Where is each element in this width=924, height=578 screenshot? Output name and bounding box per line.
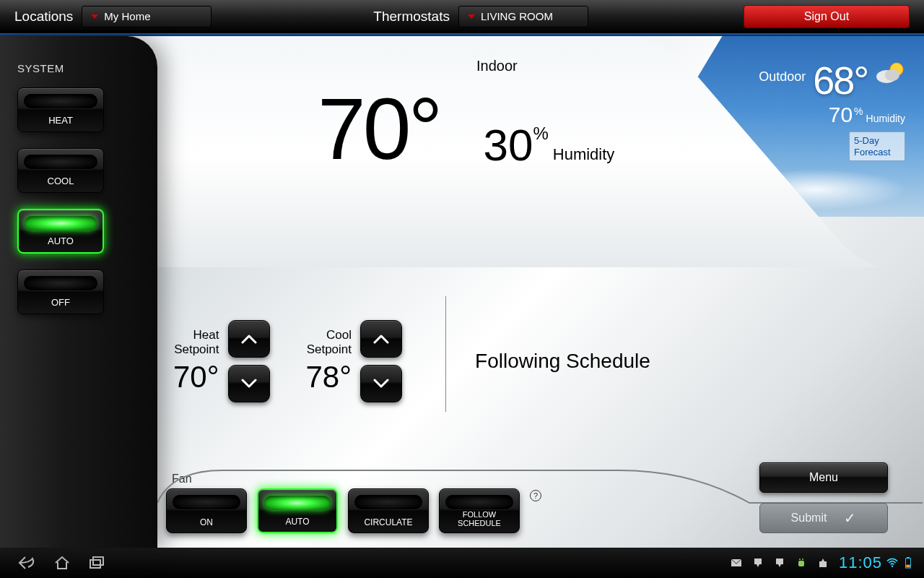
heat-setpoint-label: Heat Setpoint: [173, 328, 219, 358]
heat-setpoint-value: 70°: [173, 360, 219, 394]
svg-rect-12: [907, 557, 910, 558]
indoor-humidity-pct: %: [533, 124, 548, 144]
svg-rect-4: [90, 560, 100, 568]
indicator-lens: [173, 495, 240, 509]
fan-mode-follow-schedule[interactable]: FOLLOW SCHEDULE: [439, 488, 520, 533]
svg-point-3: [885, 69, 899, 81]
android-navbar: 11:05: [0, 548, 924, 578]
indoor-panel: Indoor 70° 30 % Humidity: [260, 58, 765, 178]
menu-button[interactable]: Menu: [759, 462, 888, 493]
outdoor-panel: Outdoor 68° 70 % Humidity 5-Day Forecast: [759, 58, 905, 161]
svg-rect-5: [93, 557, 103, 565]
status-tray[interactable]: 11:05: [731, 553, 914, 572]
back-button[interactable]: [10, 548, 45, 578]
submit-button[interactable]: Submit ✓: [759, 503, 888, 533]
fan-mode-circulate[interactable]: CIRCULATE: [348, 488, 429, 533]
system-mode-cool[interactable]: COOL: [17, 148, 104, 193]
wifi-icon: [886, 557, 898, 569]
schedule-status: Following Schedule: [475, 350, 650, 373]
indicator-lens: [264, 496, 331, 510]
heat-down-button[interactable]: [228, 365, 270, 402]
system-title: SYSTEM: [17, 62, 137, 74]
mail-icon: [731, 557, 742, 569]
fan-mode-label: ON: [200, 518, 213, 528]
indoor-label: Indoor: [476, 58, 765, 74]
indicator-lens: [445, 495, 513, 509]
locations-label: Locations: [14, 9, 73, 25]
fan-mode-label: FOLLOW SCHEDULE: [458, 510, 501, 528]
download-icon: [774, 557, 785, 569]
check-icon: ✓: [844, 509, 856, 527]
system-mode-off[interactable]: OFF: [17, 269, 104, 314]
fan-mode-label: AUTO: [285, 517, 309, 527]
clock-time: 11:05: [839, 553, 882, 572]
system-mode-label: HEAT: [48, 115, 73, 126]
fan-help-icon[interactable]: ?: [530, 490, 541, 501]
weather-icon: [875, 61, 905, 90]
heat-setpoint: Heat Setpoint 70°: [173, 320, 270, 402]
thermostat-value: LIVING ROOM: [481, 10, 553, 22]
battery-icon: [902, 557, 914, 569]
main-stage: SYSTEM HEATCOOLAUTOOFF Outdoor 68° 70 % …: [0, 36, 924, 548]
menu-label: Menu: [809, 471, 838, 484]
sign-out-button[interactable]: Sign Out: [744, 5, 910, 28]
cool-up-button[interactable]: [360, 320, 402, 358]
cool-setpoint: Cool Setpoint 78°: [306, 320, 403, 402]
dropdown-arrow-icon: [91, 14, 98, 19]
indicator-lens: [24, 276, 97, 290]
fan-section: Fan ONAUTOCIRCULATEFOLLOW SCHEDULE ? Men…: [166, 473, 902, 533]
indicator-lens: [24, 155, 97, 169]
location-value: My Home: [104, 10, 150, 22]
heat-up-button[interactable]: [228, 320, 270, 358]
fan-mode-on[interactable]: ON: [166, 488, 247, 533]
system-mode-label: AUTO: [48, 236, 74, 246]
fan-mode-label: CIRCULATE: [364, 518, 412, 528]
top-bar: Locations My Home Thermostats LIVING ROO…: [0, 0, 924, 33]
indoor-humidity-label: Humidity: [553, 145, 615, 164]
forecast-button[interactable]: 5-Day Forecast: [849, 131, 905, 161]
thermostats-label: Thermostats: [373, 9, 450, 25]
system-mode-auto[interactable]: AUTO: [17, 209, 104, 254]
indoor-humidity-value: 30: [483, 119, 533, 171]
forecast-label: 5-Day Forecast: [854, 135, 891, 158]
indicator-lens: [24, 94, 97, 108]
system-mode-heat[interactable]: HEAT: [17, 87, 104, 132]
indicator-lens: [25, 216, 97, 230]
setpoint-row: Heat Setpoint 70° Cool Setpoint 78°: [173, 311, 895, 412]
svg-rect-7: [798, 561, 804, 566]
sign-out-label: Sign Out: [804, 10, 849, 23]
download-icon: [752, 557, 764, 569]
svg-point-8: [799, 558, 801, 560]
system-sidebar: SYSTEM HEATCOOLAUTOOFF: [0, 36, 157, 548]
dropdown-arrow-icon: [468, 14, 475, 19]
upload-icon: [817, 557, 829, 569]
cool-down-button[interactable]: [360, 365, 402, 402]
outdoor-temp: 68°: [813, 58, 868, 103]
recent-apps-button[interactable]: [79, 548, 114, 578]
outdoor-humidity-label: Humidity: [866, 113, 905, 124]
svg-point-9: [802, 558, 803, 560]
submit-label: Submit: [791, 512, 827, 525]
fan-mode-auto[interactable]: AUTO: [257, 488, 338, 533]
outdoor-label: Outdoor: [759, 69, 806, 85]
thermostats-dropdown[interactable]: LIVING ROOM: [458, 6, 588, 27]
home-button[interactable]: [45, 548, 79, 578]
system-mode-label: OFF: [51, 297, 70, 308]
svg-rect-13: [906, 565, 910, 568]
indoor-temp: 70°: [318, 79, 440, 178]
locations-dropdown[interactable]: My Home: [82, 6, 212, 27]
cool-setpoint-label: Cool Setpoint: [306, 328, 352, 358]
svg-point-10: [892, 566, 893, 567]
indicator-lens: [354, 495, 422, 509]
cool-setpoint-value: 78°: [306, 360, 352, 394]
outdoor-humidity-value: 70: [829, 103, 853, 127]
android-icon: [796, 557, 807, 569]
outdoor-humidity-pct: %: [854, 105, 863, 117]
vertical-divider: [445, 296, 446, 412]
system-mode-label: COOL: [48, 176, 74, 186]
